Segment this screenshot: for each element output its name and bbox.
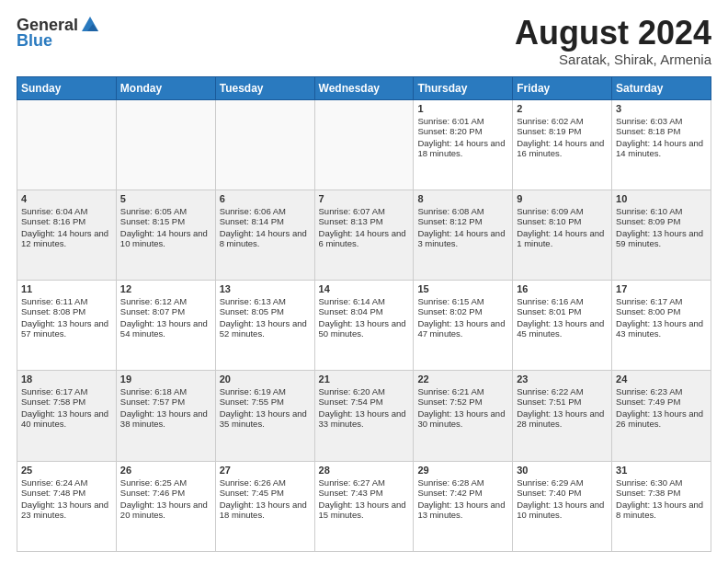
sunrise-text: Sunrise: 6:11 AM [21,296,112,306]
daylight-text: Daylight: 13 hours and 35 minutes. [220,408,311,429]
calendar-cell: 13Sunrise: 6:13 AMSunset: 8:05 PMDayligh… [215,281,314,371]
sunrise-text: Sunrise: 6:09 AM [517,206,608,216]
daylight-text: Daylight: 14 hours and 10 minutes. [120,228,211,248]
day-number: 29 [417,465,508,476]
daylight-text: Daylight: 13 hours and 28 minutes. [517,408,608,429]
sunset-text: Sunset: 7:58 PM [21,396,112,407]
day-number: 25 [21,465,112,476]
sunset-text: Sunset: 8:02 PM [417,306,508,316]
daylight-text: Daylight: 13 hours and 40 minutes. [21,408,112,429]
day-number: 6 [220,193,311,204]
calendar-cell: 7Sunrise: 6:07 AMSunset: 8:13 PMDaylight… [314,190,414,280]
daylight-text: Daylight: 13 hours and 13 minutes. [417,500,508,520]
col-tuesday: Tuesday [215,76,314,99]
page: General Blue August 2024 Saratak, Shirak… [0,0,728,563]
daylight-text: Daylight: 13 hours and 38 minutes. [120,408,211,429]
sunrise-text: Sunrise: 6:07 AM [319,206,410,216]
sunrise-text: Sunrise: 6:15 AM [417,296,508,306]
daylight-text: Daylight: 13 hours and 18 minutes. [220,500,311,520]
calendar-cell: 22Sunrise: 6:21 AMSunset: 7:52 PMDayligh… [414,371,513,461]
sunrise-text: Sunrise: 6:19 AM [220,386,311,396]
title-block: August 2024 Saratak, Shirak, Armenia [515,15,711,67]
sunrise-text: Sunrise: 6:08 AM [417,206,508,216]
calendar-cell: 24Sunrise: 6:23 AMSunset: 7:49 PMDayligh… [612,371,711,461]
sunset-text: Sunset: 8:08 PM [21,306,112,316]
day-number: 14 [319,283,410,294]
sunset-text: Sunset: 8:09 PM [616,216,707,226]
sunrise-text: Sunrise: 6:22 AM [517,386,608,396]
sunrise-text: Sunrise: 6:03 AM [616,116,707,126]
sunrise-text: Sunrise: 6:16 AM [517,296,608,306]
calendar-row-4: 25Sunrise: 6:24 AMSunset: 7:48 PMDayligh… [17,461,711,551]
calendar-cell [215,99,314,190]
calendar-cell: 3Sunrise: 6:03 AMSunset: 8:18 PMDaylight… [612,99,711,190]
sunrise-text: Sunrise: 6:06 AM [220,206,311,216]
calendar-row-1: 4Sunrise: 6:04 AMSunset: 8:16 PMDaylight… [17,190,711,280]
calendar-cell: 5Sunrise: 6:05 AMSunset: 8:15 PMDaylight… [116,190,215,280]
sunrise-text: Sunrise: 6:21 AM [417,386,508,396]
calendar-cell: 25Sunrise: 6:24 AMSunset: 7:48 PMDayligh… [17,461,117,551]
day-number: 1 [417,103,508,114]
calendar-cell: 15Sunrise: 6:15 AMSunset: 8:02 PMDayligh… [414,281,513,371]
day-number: 13 [220,283,311,294]
daylight-text: Daylight: 13 hours and 50 minutes. [319,318,410,339]
sunset-text: Sunset: 8:00 PM [616,306,707,316]
daylight-text: Daylight: 13 hours and 20 minutes. [120,500,211,520]
day-number: 28 [319,465,410,476]
calendar-cell: 26Sunrise: 6:25 AMSunset: 7:46 PMDayligh… [116,461,215,551]
sunset-text: Sunset: 7:40 PM [517,488,608,498]
day-number: 9 [517,193,608,204]
sunrise-text: Sunrise: 6:23 AM [616,386,707,396]
sunset-text: Sunset: 7:48 PM [21,488,112,498]
sunrise-text: Sunrise: 6:28 AM [417,477,508,488]
month-year: August 2024 [515,15,711,52]
sunrise-text: Sunrise: 6:26 AM [220,477,311,488]
calendar-header-row: Sunday Monday Tuesday Wednesday Thursday… [17,76,711,99]
sunset-text: Sunset: 8:05 PM [220,306,311,316]
location: Saratak, Shirak, Armenia [515,52,711,67]
sunset-text: Sunset: 7:57 PM [120,396,211,407]
daylight-text: Daylight: 13 hours and 57 minutes. [21,318,112,339]
sunset-text: Sunset: 7:46 PM [120,488,211,498]
logo: General Blue [17,15,100,51]
daylight-text: Daylight: 13 hours and 33 minutes. [319,408,410,429]
sunset-text: Sunset: 8:07 PM [120,306,211,316]
calendar-cell: 1Sunrise: 6:01 AMSunset: 8:20 PMDaylight… [414,99,513,190]
calendar-cell: 20Sunrise: 6:19 AMSunset: 7:55 PMDayligh… [215,371,314,461]
sunrise-text: Sunrise: 6:29 AM [517,477,608,488]
sunrise-text: Sunrise: 6:04 AM [21,206,112,216]
sunset-text: Sunset: 7:42 PM [417,488,508,498]
daylight-text: Daylight: 14 hours and 12 minutes. [21,228,112,248]
sunset-text: Sunset: 8:15 PM [120,216,211,226]
day-number: 31 [616,465,707,476]
calendar-cell [116,99,215,190]
calendar-cell: 23Sunrise: 6:22 AMSunset: 7:51 PMDayligh… [513,371,612,461]
logo-blue-text: Blue [17,31,52,51]
day-number: 16 [517,283,608,294]
calendar-cell: 14Sunrise: 6:14 AMSunset: 8:04 PMDayligh… [314,281,414,371]
sunset-text: Sunset: 8:20 PM [417,126,508,136]
sunrise-text: Sunrise: 6:01 AM [417,116,508,126]
daylight-text: Daylight: 14 hours and 3 minutes. [417,228,508,248]
daylight-text: Daylight: 13 hours and 8 minutes. [616,500,707,520]
sunrise-text: Sunrise: 6:14 AM [319,296,410,306]
daylight-text: Daylight: 13 hours and 47 minutes. [417,318,508,339]
sunset-text: Sunset: 7:55 PM [220,396,311,407]
sunset-text: Sunset: 8:14 PM [220,216,311,226]
sunrise-text: Sunrise: 6:18 AM [120,386,211,396]
day-number: 10 [616,193,707,204]
daylight-text: Daylight: 14 hours and 14 minutes. [616,138,707,158]
daylight-text: Daylight: 13 hours and 43 minutes. [616,318,707,339]
calendar-cell: 27Sunrise: 6:26 AMSunset: 7:45 PMDayligh… [215,461,314,551]
day-number: 26 [120,465,211,476]
sunrise-text: Sunrise: 6:27 AM [319,477,410,488]
sunset-text: Sunset: 8:04 PM [319,306,410,316]
sunset-text: Sunset: 8:01 PM [517,306,608,316]
sunrise-text: Sunrise: 6:02 AM [517,116,608,126]
day-number: 30 [517,465,608,476]
sunset-text: Sunset: 7:49 PM [616,396,707,407]
day-number: 17 [616,283,707,294]
day-number: 27 [220,465,311,476]
col-monday: Monday [116,76,215,99]
sunset-text: Sunset: 8:16 PM [21,216,112,226]
